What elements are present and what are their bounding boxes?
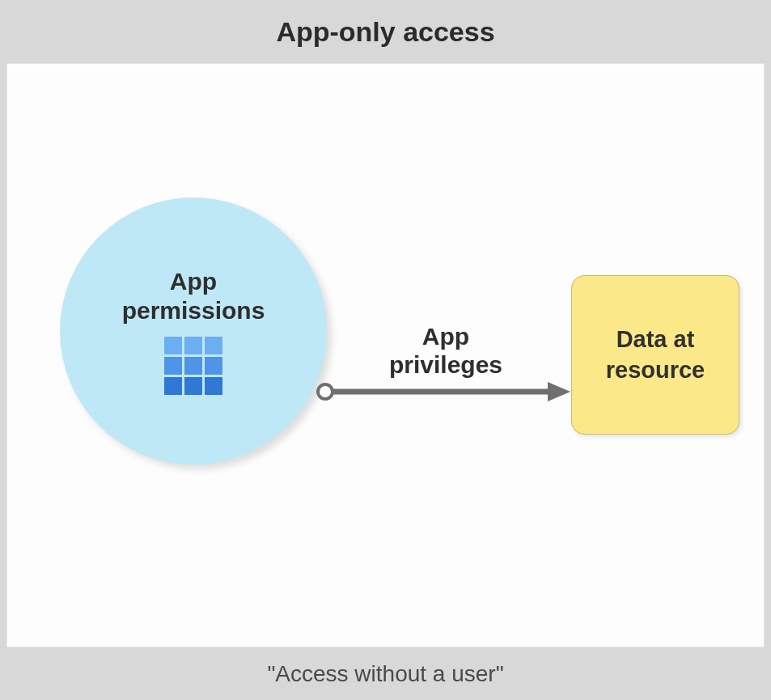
arrow-app-privileges: App privileges xyxy=(316,323,575,388)
arrow-label: App privileges xyxy=(316,323,575,379)
svg-marker-1 xyxy=(548,382,570,401)
resource-body: Data at resource xyxy=(571,275,739,435)
node-app-permissions: App permissions xyxy=(60,197,327,465)
diagram-footer: "Access without a user" xyxy=(0,647,771,700)
footer-caption: "Access without a user" xyxy=(267,661,503,686)
node-data-at-resource: Data at resource xyxy=(571,275,738,433)
app-label: App permissions xyxy=(122,267,265,325)
svg-point-2 xyxy=(318,384,333,399)
diagram-frame: App-only access App permissions App priv… xyxy=(0,0,771,700)
diagram-title: App-only access xyxy=(0,0,771,63)
resource-label: Data at resource xyxy=(606,325,705,385)
circle-body: App permissions xyxy=(60,197,327,465)
arrow-svg xyxy=(316,382,575,406)
diagram-canvas: App permissions App privileges Data at r… xyxy=(6,63,765,647)
title-text: App-only access xyxy=(276,16,494,47)
app-grid-icon xyxy=(164,337,222,395)
